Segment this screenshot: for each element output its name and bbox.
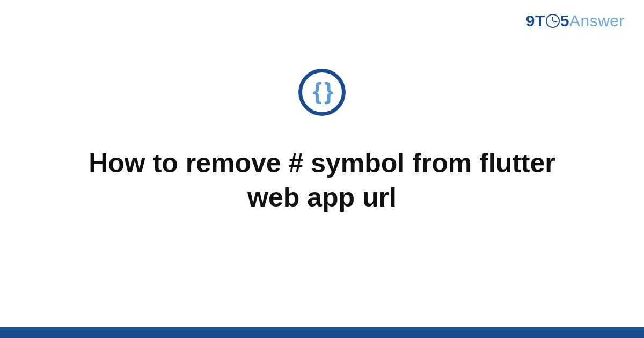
footer-accent-bar [0, 327, 644, 338]
braces-icon: { } [313, 79, 331, 103]
question-title: How to remove # symbol from flutter web … [64, 146, 580, 215]
logo-answer: Answer [569, 12, 625, 30]
site-logo: 9T5Answer [526, 12, 625, 30]
logo-nine: 9 [526, 12, 535, 30]
main-content: { } How to remove # symbol from flutter … [0, 69, 644, 215]
clock-icon [546, 14, 560, 28]
logo-t: T [535, 12, 545, 30]
logo-five: 5 [560, 12, 569, 30]
category-code-icon: { } [298, 69, 346, 116]
